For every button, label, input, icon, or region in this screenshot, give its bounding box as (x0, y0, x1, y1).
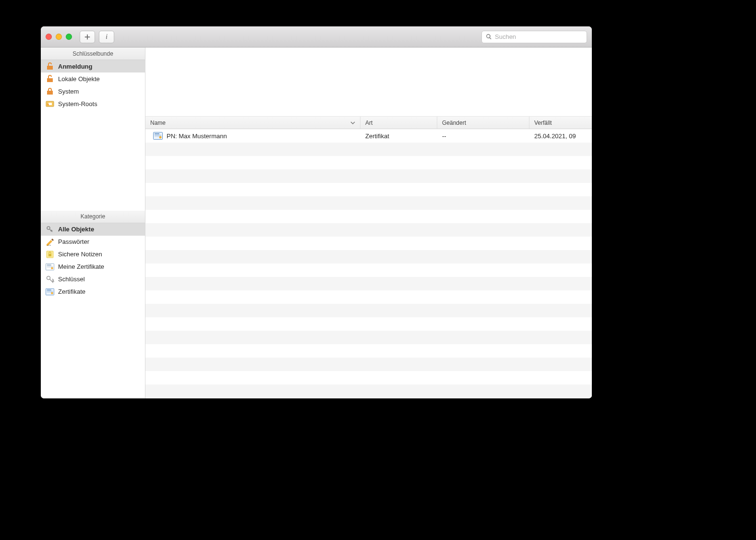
svg-rect-1 (48, 103, 52, 105)
category-item-label: Zertifikate (58, 288, 85, 295)
table-row-empty (145, 358, 592, 371)
detail-pane (145, 48, 592, 117)
svg-rect-8 (48, 254, 51, 256)
svg-point-24 (159, 136, 162, 139)
table-body: PN: Max MustermannZertifikat--25.04.2021… (145, 129, 592, 398)
minimize-window-button[interactable] (56, 34, 62, 40)
table-row-empty (145, 304, 592, 317)
svg-rect-21 (155, 133, 159, 134)
folder-cert-icon (46, 99, 54, 108)
category-item[interactable]: Alle Objekte (41, 223, 145, 236)
svg-point-19 (51, 292, 53, 294)
search-field[interactable] (481, 31, 587, 43)
cell-verfaellt: 25.04.2021, 09 (534, 132, 576, 140)
lock-open-orange-icon (46, 74, 54, 83)
close-window-button[interactable] (46, 34, 52, 40)
keychain-item-label: System (58, 88, 79, 95)
cell-geandert: -- (442, 132, 446, 140)
table-row-empty (145, 210, 592, 223)
table-row-empty (145, 277, 592, 290)
keychain-item-label: System-Roots (58, 100, 97, 108)
info-button[interactable]: i (99, 31, 114, 43)
table-row-empty (145, 223, 592, 237)
svg-point-13 (51, 267, 53, 269)
category-item-label: Sichere Notizen (58, 251, 102, 258)
category-item-label: Meine Zertifikate (58, 263, 104, 270)
add-button[interactable] (80, 31, 95, 43)
table-row-empty (145, 264, 592, 277)
category-item-label: Passwörter (58, 238, 89, 245)
titlebar: i (41, 26, 592, 48)
table-row-empty (145, 344, 592, 358)
column-header-geandert[interactable]: Geändert (437, 117, 529, 129)
table-row-empty (145, 290, 592, 304)
svg-point-4 (47, 245, 48, 246)
table-header: Name Art Geändert Verfällt (145, 117, 592, 129)
table-row-empty (145, 183, 592, 196)
cert-card-blue-icon (46, 288, 54, 296)
table-row-empty (145, 317, 592, 331)
zoom-window-button[interactable] (66, 34, 72, 40)
svg-rect-22 (155, 135, 161, 135)
svg-rect-10 (47, 264, 51, 265)
keychains-header: Schlüsselbunde (41, 48, 145, 60)
svg-point-6 (50, 245, 51, 246)
category-item-label: Alle Objekte (58, 226, 94, 233)
svg-rect-11 (47, 266, 53, 266)
table-row-empty (145, 384, 592, 398)
cell-art: Zertifikat (365, 132, 389, 140)
cert-card-icon (46, 263, 54, 271)
pencil-icon (46, 238, 54, 246)
all-keys-icon (46, 225, 54, 234)
svg-rect-16 (47, 289, 51, 290)
table-row-empty (145, 196, 592, 210)
table-row-empty (145, 331, 592, 344)
table-row-empty (145, 143, 592, 156)
certificate-icon (153, 132, 163, 140)
svg-point-5 (48, 245, 49, 246)
lock-closed-orange-icon (46, 87, 54, 96)
info-icon: i (106, 33, 108, 41)
table-row-empty (145, 250, 592, 264)
note-lock-icon (46, 250, 54, 259)
search-input[interactable] (495, 33, 583, 40)
category-item[interactable]: Schlüssel (41, 273, 145, 286)
column-header-verfaellt[interactable]: Verfällt (529, 117, 592, 129)
keychain-item-label: Anmeldung (58, 63, 93, 70)
category-item[interactable]: Sichere Notizen (41, 248, 145, 261)
category-header: Kategorie (41, 211, 145, 223)
keychain-item-label: Lokale Objekte (58, 75, 100, 83)
table-row-empty (145, 169, 592, 183)
keychain-item[interactable]: Lokale Objekte (41, 72, 145, 85)
table-row-empty (145, 371, 592, 384)
table-row[interactable]: PN: Max MustermannZertifikat--25.04.2021… (145, 129, 592, 143)
keychain-item[interactable]: System (41, 85, 145, 97)
table-row-empty (145, 237, 592, 250)
key-icon (46, 275, 54, 284)
category-item-label: Schlüssel (58, 276, 85, 283)
column-header-name[interactable]: Name (145, 117, 360, 129)
cell-name: PN: Max Mustermann (167, 132, 227, 140)
main-content: Name Art Geändert Verfällt PN: Max Muste… (145, 48, 592, 398)
svg-rect-17 (47, 291, 53, 291)
category-item[interactable]: Meine Zertifikate (41, 261, 145, 273)
svg-point-2 (47, 104, 49, 106)
window-controls (46, 34, 72, 40)
keychain-access-window: i Schlüsselbunde AnmeldungLokale Objekte… (41, 26, 592, 398)
sidebar: Schlüsselbunde AnmeldungLokale ObjekteSy… (41, 48, 145, 398)
plus-icon (84, 34, 91, 40)
svg-point-14 (47, 276, 50, 279)
sort-indicator-icon (350, 120, 355, 125)
keychain-item[interactable]: Anmeldung (41, 60, 145, 72)
lock-open-orange-icon (46, 62, 54, 71)
search-icon (486, 34, 492, 40)
category-item[interactable]: Passwörter (41, 236, 145, 248)
table-row-empty (145, 156, 592, 169)
category-item[interactable]: Zertifikate (41, 286, 145, 298)
keychain-item[interactable]: System-Roots (41, 97, 145, 110)
column-header-art[interactable]: Art (360, 117, 437, 129)
